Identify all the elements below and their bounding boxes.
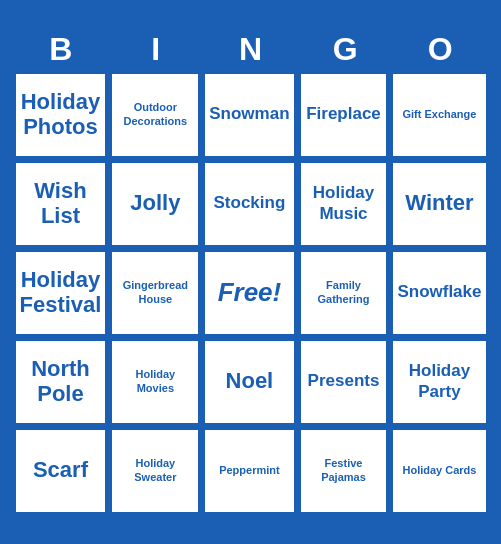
header-b: B — [17, 31, 105, 68]
cell-r4-c1[interactable]: Holiday Sweater — [110, 428, 200, 514]
cell-r0-c1[interactable]: Outdoor Decorations — [110, 72, 200, 158]
cell-text: Stocking — [214, 193, 286, 213]
cell-text: Peppermint — [219, 464, 280, 477]
cell-text: Holiday Music — [305, 183, 383, 224]
cell-r0-c2[interactable]: Snowman — [203, 72, 295, 158]
bingo-header: B I N G O — [14, 31, 488, 68]
cell-text: Holiday Photos — [20, 90, 102, 138]
cell-r0-c4[interactable]: Gift Exchange — [391, 72, 487, 158]
cell-r3-c3[interactable]: Presents — [299, 339, 389, 425]
cell-text: Snowman — [209, 104, 289, 124]
cell-text: Gift Exchange — [402, 108, 476, 121]
cell-r1-c4[interactable]: Winter — [391, 161, 487, 247]
cell-r2-c1[interactable]: Gingerbread House — [110, 250, 200, 336]
cell-text: Scarf — [33, 458, 88, 482]
cell-text: Jolly — [130, 191, 180, 215]
cell-r2-c3[interactable]: Family Gathering — [299, 250, 389, 336]
cell-text: Free! — [218, 277, 282, 308]
cell-text: Holiday Festival — [20, 268, 102, 316]
cell-text: Holiday Party — [397, 361, 481, 402]
cell-text: Fireplace — [306, 104, 381, 124]
cell-r3-c2[interactable]: Noel — [203, 339, 295, 425]
cell-text: Holiday Movies — [116, 368, 194, 394]
cell-r3-c1[interactable]: Holiday Movies — [110, 339, 200, 425]
cell-r1-c0[interactable]: Wish List — [14, 161, 108, 247]
header-g: G — [301, 31, 389, 68]
cell-r3-c0[interactable]: North Pole — [14, 339, 108, 425]
cell-r0-c3[interactable]: Fireplace — [299, 72, 389, 158]
cell-r4-c4[interactable]: Holiday Cards — [391, 428, 487, 514]
cell-r4-c3[interactable]: Festive Pajamas — [299, 428, 389, 514]
cell-r0-c0[interactable]: Holiday Photos — [14, 72, 108, 158]
bingo-grid: Holiday PhotosOutdoor DecorationsSnowman… — [14, 72, 488, 514]
cell-r1-c2[interactable]: Stocking — [203, 161, 295, 247]
cell-text: Gingerbread House — [116, 279, 194, 305]
cell-text: Holiday Cards — [402, 464, 476, 477]
cell-text: Snowflake — [397, 282, 481, 302]
bingo-card: B I N G O Holiday PhotosOutdoor Decorati… — [6, 23, 496, 522]
cell-r1-c1[interactable]: Jolly — [110, 161, 200, 247]
cell-text: North Pole — [20, 357, 102, 405]
cell-text: Winter — [405, 191, 473, 215]
cell-text: Wish List — [20, 179, 102, 227]
header-o: O — [396, 31, 484, 68]
cell-text: Holiday Sweater — [116, 457, 194, 483]
cell-text: Noel — [226, 369, 274, 393]
header-i: I — [112, 31, 200, 68]
cell-text: Family Gathering — [305, 279, 383, 305]
cell-r1-c3[interactable]: Holiday Music — [299, 161, 389, 247]
cell-r2-c2[interactable]: Free! — [203, 250, 295, 336]
cell-r4-c2[interactable]: Peppermint — [203, 428, 295, 514]
cell-r2-c0[interactable]: Holiday Festival — [14, 250, 108, 336]
header-n: N — [206, 31, 294, 68]
cell-r4-c0[interactable]: Scarf — [14, 428, 108, 514]
cell-text: Presents — [308, 371, 380, 391]
cell-text: Festive Pajamas — [305, 457, 383, 483]
cell-r2-c4[interactable]: Snowflake — [391, 250, 487, 336]
cell-text: Outdoor Decorations — [116, 101, 194, 127]
cell-r3-c4[interactable]: Holiday Party — [391, 339, 487, 425]
